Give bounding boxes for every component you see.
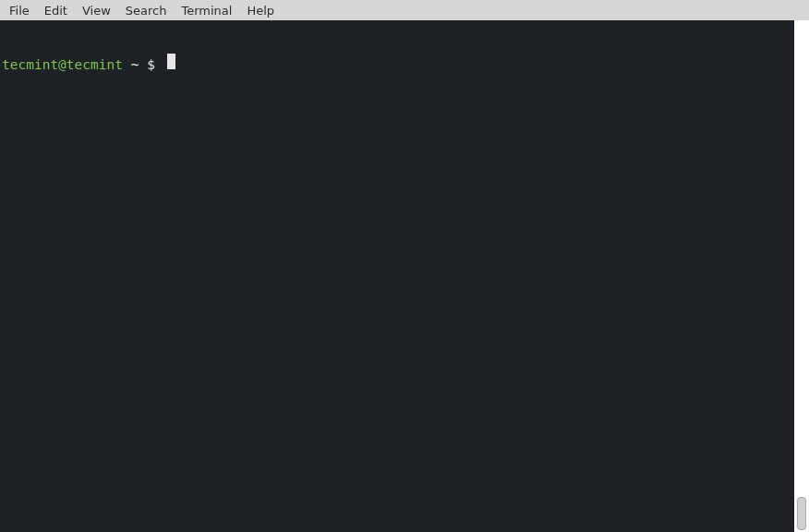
menu-file[interactable]: File (2, 2, 37, 19)
scrollbar-track[interactable] (794, 20, 809, 532)
menubar: File Edit View Search Terminal Help (0, 0, 809, 20)
prompt-user-host: tecmint@tecmint (2, 56, 123, 73)
terminal-area[interactable]: tecmint@tecmint ~ $ (0, 20, 794, 532)
prompt-line: tecmint@tecmint ~ $ (0, 54, 794, 73)
menu-terminal[interactable]: Terminal (174, 2, 239, 19)
prompt-separator (123, 56, 131, 73)
menu-edit[interactable]: Edit (37, 2, 75, 19)
terminal-container: tecmint@tecmint ~ $ (0, 20, 809, 532)
menu-view[interactable]: View (75, 2, 118, 19)
menu-search[interactable]: Search (118, 2, 175, 19)
prompt-path: ~ (131, 56, 139, 73)
menu-help[interactable]: Help (239, 2, 282, 19)
scrollbar-thumb[interactable] (797, 497, 806, 530)
prompt-dollar: $ (139, 56, 163, 73)
cursor (167, 54, 175, 69)
